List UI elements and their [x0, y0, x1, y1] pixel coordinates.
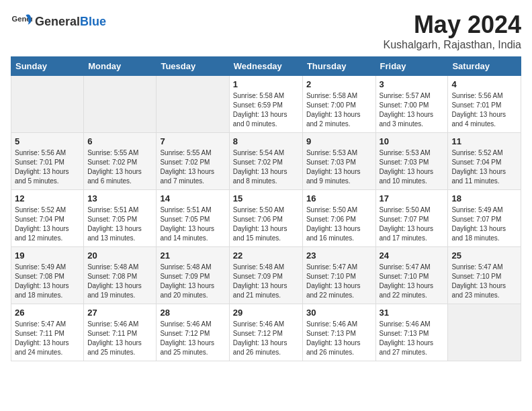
cell-day-number: 12	[15, 193, 80, 203]
cell-info-text: Sunrise: 5:46 AMSunset: 7:11 PMDaylight:…	[87, 320, 152, 357]
cell-info-text: Sunrise: 5:50 AMSunset: 7:06 PMDaylight:…	[306, 205, 372, 243]
cell-info-text: Sunrise: 5:55 AMSunset: 7:02 PMDaylight:…	[87, 148, 152, 186]
cell-info-text: Sunrise: 5:48 AMSunset: 7:09 PMDaylight:…	[160, 263, 225, 300]
cell-info-text: Sunrise: 5:47 AMSunset: 7:10 PMDaylight:…	[306, 263, 372, 300]
cell-day-number: 20	[87, 250, 152, 261]
cell-info-text: Sunrise: 5:55 AMSunset: 7:02 PMDaylight:…	[160, 148, 225, 186]
cell-day-number: 4	[451, 79, 517, 89]
cell-info-text: Sunrise: 5:52 AMSunset: 7:04 PMDaylight:…	[15, 205, 80, 243]
cell-day-number: 9	[306, 136, 372, 146]
cell-info-text: Sunrise: 5:47 AMSunset: 7:11 PMDaylight:…	[15, 320, 80, 357]
day-header-tuesday: Tuesday	[157, 57, 229, 76]
cell-info-text: Sunrise: 5:53 AMSunset: 7:03 PMDaylight:…	[306, 148, 372, 186]
cell-info-text: Sunrise: 5:51 AMSunset: 7:05 PMDaylight:…	[160, 205, 225, 243]
calendar-cell: 29Sunrise: 5:46 AMSunset: 7:12 PMDayligh…	[229, 304, 302, 361]
cell-info-text: Sunrise: 5:48 AMSunset: 7:09 PMDaylight:…	[233, 263, 299, 300]
cell-day-number: 13	[87, 193, 152, 203]
calendar-cell: 30Sunrise: 5:46 AMSunset: 7:13 PMDayligh…	[302, 304, 375, 361]
day-header-sunday: Sunday	[11, 57, 84, 76]
cell-info-text: Sunrise: 5:51 AMSunset: 7:05 PMDaylight:…	[87, 205, 152, 243]
calendar-cell: 13Sunrise: 5:51 AMSunset: 7:05 PMDayligh…	[84, 190, 157, 247]
cell-info-text: Sunrise: 5:48 AMSunset: 7:08 PMDaylight:…	[87, 263, 152, 300]
logo-icon: General	[11, 11, 32, 32]
cell-info-text: Sunrise: 5:47 AMSunset: 7:10 PMDaylight:…	[451, 263, 517, 300]
cell-info-text: Sunrise: 5:46 AMSunset: 7:12 PMDaylight:…	[160, 320, 225, 357]
cell-day-number: 28	[160, 308, 225, 318]
calendar-cell: 23Sunrise: 5:47 AMSunset: 7:10 PMDayligh…	[302, 247, 375, 304]
cell-day-number: 18	[451, 193, 517, 203]
cell-day-number: 24	[380, 250, 445, 261]
cell-info-text: Sunrise: 5:58 AMSunset: 7:00 PMDaylight:…	[306, 91, 372, 129]
cell-day-number: 7	[160, 136, 225, 146]
calendar-cell: 26Sunrise: 5:47 AMSunset: 7:11 PMDayligh…	[11, 304, 84, 361]
calendar-cell: 2Sunrise: 5:58 AMSunset: 7:00 PMDaylight…	[302, 76, 375, 133]
calendar-cell: 1Sunrise: 5:58 AMSunset: 6:59 PMDaylight…	[229, 76, 302, 133]
cell-info-text: Sunrise: 5:47 AMSunset: 7:10 PMDaylight:…	[380, 263, 445, 300]
calendar-cell: 6Sunrise: 5:55 AMSunset: 7:02 PMDaylight…	[84, 133, 157, 190]
calendar-cell: 11Sunrise: 5:52 AMSunset: 7:04 PMDayligh…	[448, 133, 521, 190]
cell-day-number: 11	[451, 136, 517, 146]
calendar-cell: 20Sunrise: 5:48 AMSunset: 7:08 PMDayligh…	[84, 247, 157, 304]
calendar-cell	[448, 304, 521, 361]
calendar-cell: 28Sunrise: 5:46 AMSunset: 7:12 PMDayligh…	[157, 304, 229, 361]
calendar-cell: 21Sunrise: 5:48 AMSunset: 7:09 PMDayligh…	[157, 247, 229, 304]
calendar-week-row: 26Sunrise: 5:47 AMSunset: 7:11 PMDayligh…	[11, 304, 521, 361]
calendar-cell	[157, 76, 229, 133]
cell-day-number: 3	[380, 79, 445, 89]
calendar-cell	[84, 76, 157, 133]
calendar-cell: 19Sunrise: 5:49 AMSunset: 7:08 PMDayligh…	[11, 247, 84, 304]
location-title: Kushalgarh, Rajasthan, India	[384, 39, 521, 51]
cell-day-number: 17	[380, 193, 445, 203]
calendar-cell: 22Sunrise: 5:48 AMSunset: 7:09 PMDayligh…	[229, 247, 302, 304]
day-header-thursday: Thursday	[302, 57, 375, 76]
cell-info-text: Sunrise: 5:46 AMSunset: 7:13 PMDaylight:…	[306, 320, 372, 357]
day-header-saturday: Saturday	[448, 57, 521, 76]
cell-info-text: Sunrise: 5:50 AMSunset: 7:06 PMDaylight:…	[233, 205, 299, 243]
cell-info-text: Sunrise: 5:53 AMSunset: 7:03 PMDaylight:…	[380, 148, 445, 186]
cell-day-number: 21	[160, 250, 225, 261]
cell-day-number: 30	[306, 308, 372, 318]
cell-day-number: 31	[380, 308, 445, 318]
cell-day-number: 19	[15, 250, 80, 261]
cell-day-number: 5	[15, 136, 80, 146]
cell-info-text: Sunrise: 5:54 AMSunset: 7:02 PMDaylight:…	[233, 148, 299, 186]
calendar-cell	[11, 76, 84, 133]
calendar-cell: 27Sunrise: 5:46 AMSunset: 7:11 PMDayligh…	[84, 304, 157, 361]
cell-info-text: Sunrise: 5:50 AMSunset: 7:07 PMDaylight:…	[380, 205, 445, 243]
cell-day-number: 6	[87, 136, 152, 146]
calendar-cell: 4Sunrise: 5:56 AMSunset: 7:01 PMDaylight…	[448, 76, 521, 133]
month-title: May 2024	[384, 11, 521, 39]
calendar-header-row: SundayMondayTuesdayWednesdayThursdayFrid…	[11, 57, 521, 76]
cell-info-text: Sunrise: 5:58 AMSunset: 6:59 PMDaylight:…	[233, 91, 299, 129]
calendar-week-row: 19Sunrise: 5:49 AMSunset: 7:08 PMDayligh…	[11, 247, 521, 304]
calendar-week-row: 5Sunrise: 5:56 AMSunset: 7:01 PMDaylight…	[11, 133, 521, 190]
day-header-monday: Monday	[84, 57, 157, 76]
calendar-cell: 18Sunrise: 5:49 AMSunset: 7:07 PMDayligh…	[448, 190, 521, 247]
calendar-cell: 12Sunrise: 5:52 AMSunset: 7:04 PMDayligh…	[11, 190, 84, 247]
page-header: General GeneralBlue May 2024 Kushalgarh,…	[11, 11, 521, 51]
logo: General GeneralBlue	[11, 11, 106, 32]
cell-day-number: 25	[451, 250, 517, 261]
cell-info-text: Sunrise: 5:57 AMSunset: 7:00 PMDaylight:…	[380, 91, 445, 129]
calendar-cell: 31Sunrise: 5:46 AMSunset: 7:13 PMDayligh…	[375, 304, 448, 361]
cell-info-text: Sunrise: 5:56 AMSunset: 7:01 PMDaylight:…	[451, 91, 517, 129]
cell-day-number: 26	[15, 308, 80, 318]
cell-day-number: 10	[380, 136, 445, 146]
cell-day-number: 27	[87, 308, 152, 318]
calendar-week-row: 12Sunrise: 5:52 AMSunset: 7:04 PMDayligh…	[11, 190, 521, 247]
calendar-cell: 8Sunrise: 5:54 AMSunset: 7:02 PMDaylight…	[229, 133, 302, 190]
cell-info-text: Sunrise: 5:52 AMSunset: 7:04 PMDaylight:…	[451, 148, 517, 186]
cell-day-number: 23	[306, 250, 372, 261]
day-header-friday: Friday	[375, 57, 448, 76]
cell-info-text: Sunrise: 5:49 AMSunset: 7:08 PMDaylight:…	[15, 263, 80, 300]
calendar-cell: 10Sunrise: 5:53 AMSunset: 7:03 PMDayligh…	[375, 133, 448, 190]
cell-day-number: 16	[306, 193, 372, 203]
cell-info-text: Sunrise: 5:46 AMSunset: 7:13 PMDaylight:…	[380, 320, 445, 357]
cell-day-number: 14	[160, 193, 225, 203]
calendar-cell: 14Sunrise: 5:51 AMSunset: 7:05 PMDayligh…	[157, 190, 229, 247]
calendar-cell: 5Sunrise: 5:56 AMSunset: 7:01 PMDaylight…	[11, 133, 84, 190]
day-header-wednesday: Wednesday	[229, 57, 302, 76]
cell-info-text: Sunrise: 5:56 AMSunset: 7:01 PMDaylight:…	[15, 148, 80, 186]
title-block: May 2024 Kushalgarh, Rajasthan, India	[384, 11, 521, 51]
calendar-cell: 17Sunrise: 5:50 AMSunset: 7:07 PMDayligh…	[375, 190, 448, 247]
